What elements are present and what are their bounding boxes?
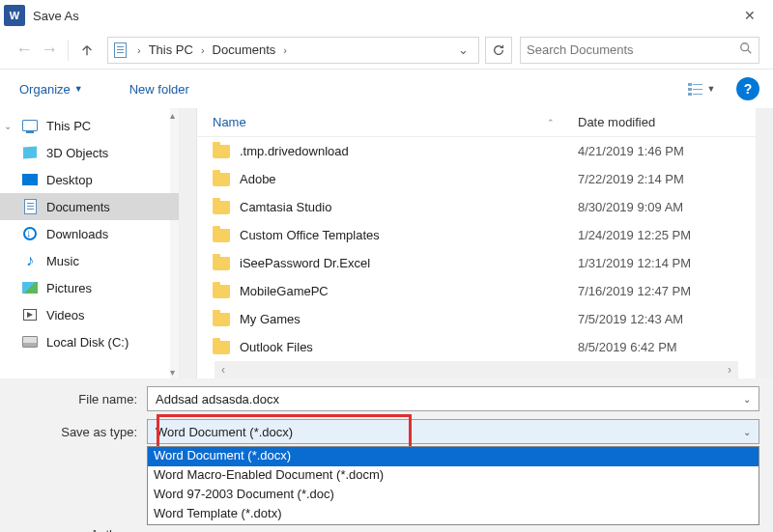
file-row[interactable]: MobileGamePC7/16/2019 12:47 PM <box>197 277 756 305</box>
svg-line-1 <box>748 50 752 54</box>
file-name-input[interactable]: Addsad adsasda.docx ⌄ <box>147 386 759 411</box>
file-row[interactable]: Custom Office Templates1/24/2019 12:25 P… <box>197 221 756 249</box>
chevron-down-icon[interactable]: ⌄ <box>743 427 751 437</box>
breadcrumb-documents[interactable]: Documents <box>211 42 278 57</box>
new-folder-label: New folder <box>129 82 189 97</box>
tree-item-this-pc[interactable]: ⌄This PC <box>0 112 179 139</box>
file-name: MobileGamePC <box>240 284 329 298</box>
column-headers: Name ⌃ Date modified <box>197 108 756 137</box>
back-button[interactable]: ← <box>12 38 37 63</box>
folder-icon <box>213 145 230 158</box>
column-date-header[interactable]: Date modified <box>568 115 756 129</box>
file-name: Custom Office Templates <box>240 228 380 242</box>
file-date: 7/22/2019 2:14 PM <box>568 172 756 186</box>
type-option[interactable]: Word Template (*.dotx) <box>148 505 759 524</box>
tree-item-pictures[interactable]: Pictures <box>0 274 179 301</box>
tree-item-label: Videos <box>46 308 85 322</box>
type-option[interactable]: Word Document (*.docx) <box>148 447 759 466</box>
breadcrumb-dropdown-icon[interactable]: ⌄ <box>452 42 474 57</box>
save-as-type-label: Save as type: <box>14 425 147 439</box>
folder-icon <box>213 173 230 186</box>
file-date: 8/30/2019 9:09 AM <box>568 200 756 214</box>
window-title: Save As <box>33 9 79 23</box>
tree-item-label: Music <box>46 254 79 268</box>
search-placeholder: Search Documents <box>527 42 739 57</box>
forward-button[interactable]: → <box>37 38 62 63</box>
file-name: Outlook Files <box>240 340 313 354</box>
file-row[interactable]: My Games7/5/2019 12:43 AM <box>197 305 756 333</box>
type-option[interactable]: Word 97-2003 Document (*.doc) <box>148 486 759 505</box>
up-button[interactable] <box>74 38 100 63</box>
new-folder-button[interactable]: New folder <box>124 78 195 100</box>
tree-item-3d-objects[interactable]: 3D Objects <box>0 139 179 166</box>
file-name: Camtasia Studio <box>240 200 331 214</box>
svg-rect-5 <box>693 89 702 90</box>
file-row[interactable]: Outlook Files8/5/2019 6:42 PM <box>197 333 756 361</box>
file-row[interactable]: .tmp.drivedownload4/21/2019 1:46 PM <box>197 137 756 165</box>
file-list: Name ⌃ Date modified .tmp.drivedownload4… <box>197 108 756 378</box>
search-input[interactable]: Search Documents <box>520 37 759 64</box>
folder-icon <box>213 229 230 242</box>
organize-label: Organize <box>19 82 71 97</box>
close-button[interactable]: ✕ <box>730 0 769 31</box>
file-date: 7/16/2019 12:47 PM <box>568 284 756 298</box>
chevron-down-icon: ▼ <box>74 84 83 94</box>
tree-item-documents[interactable]: Documents <box>0 193 179 220</box>
tree-item-videos[interactable]: Videos <box>0 301 179 328</box>
divider <box>68 40 69 61</box>
doc-icon <box>21 198 39 215</box>
chevron-down-icon: ▼ <box>707 84 716 94</box>
chevron-right-icon[interactable]: › <box>131 44 147 56</box>
tree-scroll-down[interactable]: ▾ <box>165 365 179 378</box>
tree-splitter[interactable] <box>180 108 197 378</box>
refresh-button[interactable] <box>485 37 512 64</box>
monitor-icon <box>21 117 39 134</box>
tree-item-local-disk-c-[interactable]: Local Disk (C:) <box>0 328 179 355</box>
file-name: iSeePassword Dr.Excel <box>240 256 370 270</box>
file-date: 8/5/2019 6:42 PM <box>568 340 756 354</box>
tree-item-music[interactable]: ♪Music <box>0 247 179 274</box>
svg-rect-6 <box>688 93 692 96</box>
tree-item-downloads[interactable]: Downloads <box>0 220 179 247</box>
save-as-type-dropdown: Word Document (*.docx)Word Macro-Enabled… <box>147 446 759 525</box>
search-icon[interactable] <box>739 42 753 58</box>
tree-item-label: Desktop <box>46 173 93 187</box>
down-icon <box>21 225 39 242</box>
help-button[interactable]: ? <box>736 77 759 100</box>
tree-item-label: This PC <box>46 119 91 133</box>
organize-menu[interactable]: Organize ▼ <box>14 78 89 100</box>
expand-icon[interactable]: ⌄ <box>4 121 12 131</box>
view-options-button[interactable]: ▼ <box>680 76 723 101</box>
file-row[interactable]: Camtasia Studio8/30/2019 9:09 AM <box>197 193 756 221</box>
file-date: 1/31/2019 12:14 PM <box>568 256 756 270</box>
file-row[interactable]: iSeePassword Dr.Excel1/31/2019 12:14 PM <box>197 249 756 277</box>
file-row[interactable]: Adobe7/22/2019 2:14 PM <box>197 165 756 193</box>
svg-rect-4 <box>688 88 692 91</box>
main-area: ▴ ⌄This PC3D ObjectsDesktopDocumentsDown… <box>0 108 773 378</box>
column-name-header[interactable]: Name ⌃ <box>197 115 568 129</box>
vertical-scrollbar[interactable] <box>756 108 773 378</box>
chevron-right-icon[interactable]: › <box>195 44 211 56</box>
navigation-bar: ← → › This PC › Documents › ⌄ Search Doc… <box>0 31 773 70</box>
toolbar: Organize ▼ New folder ▼ ? <box>0 70 773 108</box>
breadcrumb[interactable]: › This PC › Documents › ⌄ <box>107 37 479 64</box>
save-as-type-select[interactable]: Word Document (*.docx) ⌄ <box>147 419 759 444</box>
tree-item-label: Pictures <box>46 281 92 295</box>
breadcrumb-this-pc[interactable]: This PC <box>147 42 195 57</box>
file-date: 1/24/2019 12:25 PM <box>568 228 756 242</box>
chevron-down-icon[interactable]: ⌄ <box>743 394 751 405</box>
disk-icon <box>21 333 39 350</box>
folder-icon <box>213 341 230 354</box>
tree-item-label: Documents <box>46 200 110 214</box>
navigation-tree: ▴ ⌄This PC3D ObjectsDesktopDocumentsDown… <box>0 108 180 378</box>
svg-point-0 <box>741 43 749 51</box>
tree-item-desktop[interactable]: Desktop <box>0 166 179 193</box>
title-bar: W Save As ✕ <box>0 0 773 31</box>
type-option[interactable]: Word Macro-Enabled Document (*.docm) <box>148 466 759 486</box>
folder-icon <box>213 201 230 214</box>
horizontal-scrollbar[interactable]: ‹ › <box>215 361 738 378</box>
word-app-icon: W <box>4 5 25 26</box>
scroll-right-icon[interactable]: › <box>721 363 738 377</box>
scroll-left-icon[interactable]: ‹ <box>215 363 232 377</box>
chevron-right-icon[interactable]: › <box>277 44 293 56</box>
